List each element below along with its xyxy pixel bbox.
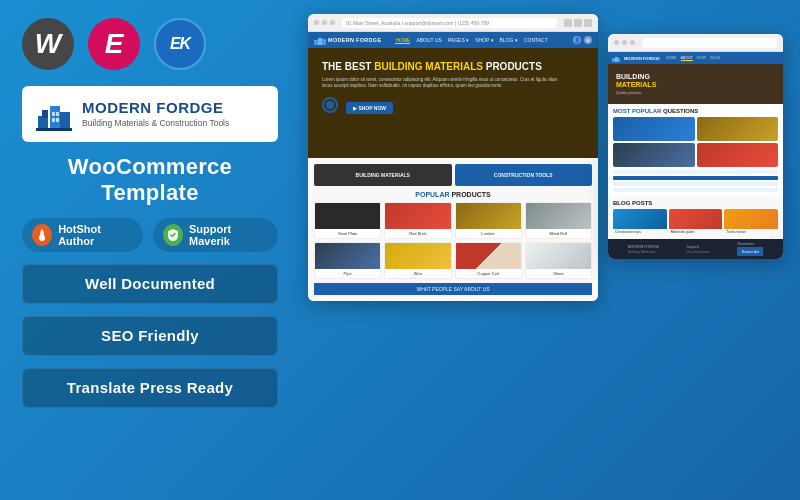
template-label: WooCommerce Template [22,154,278,206]
blog-section: BLOG POSTS Construction tips Materials g… [608,196,783,239]
product-card-2[interactable]: Red Brick [384,202,451,239]
product-card-1[interactable]: Steel Plate [314,202,381,239]
svg-rect-7 [52,118,55,122]
product-img-2 [385,203,450,229]
product-img-1 [315,203,380,229]
hotshot-icon [32,224,52,246]
shop-now-btn[interactable]: ▶ SHOP NOW [346,102,393,114]
flame-icon [35,228,49,242]
svg-rect-0 [38,116,48,130]
blog-card-2[interactable]: Materials guide [669,209,723,235]
product-card-7[interactable]: Copper Coil [455,242,522,279]
nav-about[interactable]: ABOUT US [416,37,441,44]
footer-col-2: Support Documentation [687,245,711,254]
nav-home[interactable]: HOME [395,37,410,44]
secondary-nav: MODERN FORDGE HOME ABOUT SHOP BLOG [608,52,783,64]
construction-tools-banner: CONSTRUCTION TOOLS [455,164,593,186]
site-nav-logo: MODERN FORDGE [314,35,381,45]
popular-questions-section: MOST POPULAR QUESTIONS [608,104,783,196]
logo-title: MODERN FORDGE [82,100,229,117]
product-label-7: Copper Coil [456,269,521,278]
blog-img-3 [724,209,778,229]
browser-bar: 91 Main Street, Australia | support@doma… [308,14,598,32]
question-card-3[interactable] [613,143,695,167]
left-panel: W E EK MODERN FORDGE [0,0,300,500]
secondary-nav-logo-icon [612,55,620,62]
product-img-5 [315,243,380,269]
secondary-browser-url [642,38,777,48]
svg-rect-8 [56,118,59,122]
feature-seo-friendly[interactable]: SEO Friendly [22,316,278,356]
product-label-4: Metal Roll [526,229,591,238]
question-card-4[interactable] [697,143,779,167]
nav-pages[interactable]: PAGES ▾ [448,37,469,44]
top-icons-row: W E EK [22,18,278,70]
footer-subscribe-btn[interactable]: Subscribe [737,247,763,256]
product-card-5[interactable]: Pipe [314,242,381,279]
question-card-2[interactable] [697,117,779,141]
footer-newsletter: Newsletter [737,242,763,246]
product-img-8 [526,243,591,269]
hero-heading: THE BEST BUILDING MATERIALS PRODUCTS [322,60,584,73]
questions-grid [613,117,778,167]
right-panel: 91 Main Street, Australia | support@doma… [300,0,800,500]
question-card-1[interactable] [613,117,695,141]
svg-rect-4 [36,128,72,131]
blog-card-1[interactable]: Construction tips [613,209,667,235]
main-browser-mockup: 91 Main Street, Australia | support@doma… [308,14,598,301]
footer-col-3: Newsletter Subscribe [737,242,763,256]
feature-translate-press[interactable]: Translate Press Ready [22,368,278,408]
logo-text: MODERN FORDGE Building Materials & Const… [82,100,229,128]
footer-support: Support [687,245,711,249]
popular-questions-title: MOST POPULAR QUESTIONS [613,108,778,114]
product-label-3: Lumber [456,229,521,238]
main-container: W E EK MODERN FORDGE [0,0,800,500]
product-grid: Steel Plate Red Brick Lumber Metal Roll [314,202,592,279]
product-img-3 [456,203,521,229]
product-card-3[interactable]: Lumber [455,202,522,239]
nav-logo-icon [314,35,326,45]
hotshot-author-label: HotShot Author [58,223,133,247]
product-card-6[interactable]: Wire [384,242,451,279]
svg-rect-1 [42,110,48,118]
product-label-6: Wire [385,269,450,278]
badge-row: HotShot Author Support Maverik [22,218,278,252]
product-img-7 [456,243,521,269]
svg-rect-5 [52,112,55,116]
svg-rect-10 [318,38,322,45]
feature-label-1: Well Documented [85,275,215,292]
elementor-icon: E [88,18,140,70]
browser-url: 91 Main Street, Australia | support@doma… [342,18,557,28]
blog-img-2 [669,209,723,229]
svg-rect-13 [615,57,618,62]
wordpress-icon: W [22,18,74,70]
sec-dot-2 [622,40,627,45]
hotshot-author-badge: HotShot Author [22,218,143,252]
svg-rect-11 [322,39,326,45]
svg-rect-12 [612,58,615,62]
footer-brand: MODERN FORDGE [628,245,660,249]
feature-well-documented[interactable]: Well Documented [22,264,278,304]
hero-highlight: BUILDING MATERIALS [374,61,483,72]
popular-products-title: POPULAR PRODUCTS [314,191,592,198]
product-label-2: Red Brick [385,229,450,238]
nav-contact[interactable]: CONTACT [524,37,548,44]
about-strip: WHAT PEOPLE SAY ABOUT US [314,283,592,295]
secondary-browser-bar [608,34,783,52]
hero-subtext: Lorem ipsum dolor sit amet, consectetur … [322,77,584,90]
nav-blog[interactable]: BLOG ▾ [500,37,518,44]
secondary-hero: BUILDINGMATERIALS Quality products [608,64,783,104]
product-label-1: Steel Plate [315,229,380,238]
svg-rect-3 [60,112,70,130]
footer-desc: Building Materials [628,250,660,254]
blog-card-3[interactable]: Tools review [724,209,778,235]
nav-shop[interactable]: SHOP ▾ [475,37,493,44]
shield-icon [166,228,180,242]
hero-content: THE BEST BUILDING MATERIALS PRODUCTS Lor… [308,48,598,126]
product-card-8[interactable]: Sheet [525,242,592,279]
svg-rect-6 [56,112,59,116]
building-materials-banner: BUILDING MATERIALS [314,164,452,186]
product-card-4[interactable]: Metal Roll [525,202,592,239]
product-img-4 [526,203,591,229]
product-label-8: Sheet [526,269,591,278]
